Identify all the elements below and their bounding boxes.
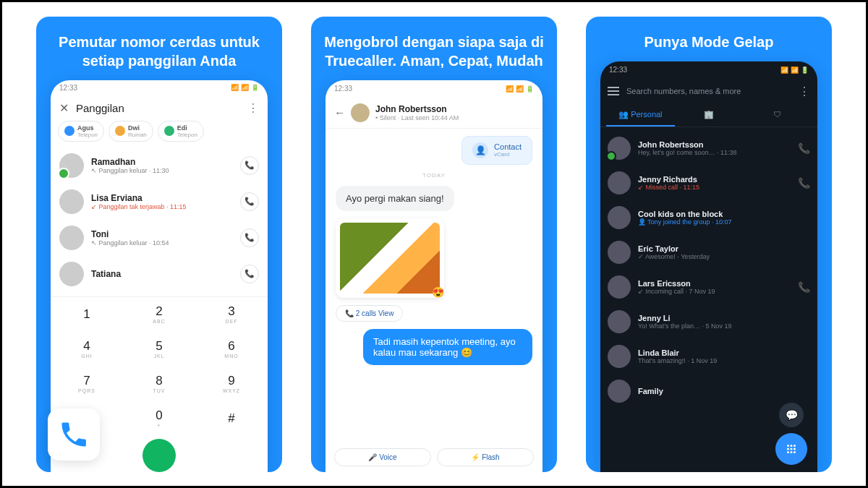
svg-point-8 [793,451,796,453]
close-icon[interactable]: ✕ [59,101,69,115]
more-icon[interactable]: ⋮ [799,85,810,98]
clock: 12:33 [609,66,627,74]
suggestion-chips: AgusTeleponDwiRumahEdiTelepon [51,121,268,147]
app-store-screenshots: Pemutar nomor cerdas untuk setiap panggi… [0,0,868,488]
call-log-row[interactable]: Toni↖ Panggilan keluar · 10:54📞 [59,220,259,256]
status-bar: 12:33 📶📶🔋 [51,80,268,95]
panel-headline: Punya Mode Gelap [631,17,787,61]
call-icon[interactable]: 📞 [240,228,259,247]
dialpad-key[interactable]: 5JKL [123,332,195,367]
outgoing-message[interactable]: Tadi masih kepentok meeting, ayo kalau m… [363,329,532,365]
dialpad-key[interactable]: 7PQRS [51,367,123,401]
avatar [59,189,84,214]
image-attachment[interactable] [336,218,444,298]
phone-icon [58,419,90,450]
dialpad-key[interactable]: # [195,401,268,436]
conversation-row[interactable]: Cool kids on the block👤 Tony joined the … [608,201,810,234]
dialpad-fab[interactable] [775,433,807,465]
dial-button[interactable] [142,439,176,472]
conversation-row[interactable]: Eric Taylor✓ Awesome! · Yesterday [608,236,810,269]
app-icon [48,408,100,461]
call-log-row[interactable]: Tatiana📞 [59,256,259,292]
suggestion-chip[interactable]: EdiTelepon [158,121,204,142]
dialpad-key[interactable]: 0+ [123,401,195,436]
suggestion-chip[interactable]: DwiRumah [109,121,153,142]
contact-card-bubble[interactable]: 👤 Contact vCard [461,136,532,165]
conversation-row[interactable]: Linda BlairThat's amazing!! · 1 Nov 19 [608,340,810,373]
tab-spam[interactable]: 🛡 [743,104,812,127]
tab-business[interactable]: 🏢 [675,104,744,127]
chat-header[interactable]: ← John Robertsson • Silent · Last seen 1… [326,98,542,129]
phone-icon[interactable]: 📞 [798,142,810,154]
panel-chat: Mengobrol dengan siapa saja di Truecalle… [311,17,557,472]
avatar [59,226,84,250]
dialpad-key[interactable]: 6MNO [195,332,268,367]
avatar [608,241,631,264]
avatar [608,380,631,403]
dialpad-key[interactable]: 4GHI [51,332,123,367]
call-log-row[interactable]: Lisa Erviana↙ Panggilan tak terjawab · 1… [59,184,259,220]
dialpad-key[interactable]: 2ABC [123,297,195,332]
svg-point-1 [791,445,793,447]
status-bar: 12:33 📶📶🔋 [326,80,542,98]
chat-thread: 👤 Contact vCard TODAY Ayo pergi makan si… [326,129,542,442]
svg-point-5 [793,448,796,450]
call-log-list: Ramadhan↖ Panggilan keluar · 11:30📞Lisa … [51,147,268,292]
call-log-row[interactable]: Ramadhan↖ Panggilan keluar · 11:30📞 [59,147,259,184]
panel-headline: Pemutar nomor cerdas untuk setiap panggi… [36,17,282,80]
panel-headline: Mengobrol dengan siapa saja di Truecalle… [311,17,557,80]
dialpad-key[interactable]: 3DEF [195,297,268,332]
avatar [608,345,631,368]
contact-card-title: Contact [494,142,522,151]
avatar [608,275,631,299]
svg-point-6 [787,451,789,453]
back-icon[interactable]: ← [334,106,345,119]
call-icon[interactable]: 📞 [240,192,259,211]
avatar [59,262,84,286]
day-separator: TODAY [422,172,446,179]
chat-contact-status: • Silent · Last seen 10:44 AM [375,114,459,121]
search-input[interactable]: Search numbers, names & more [626,87,791,95]
more-icon[interactable]: ⋮ [247,101,259,115]
svg-point-0 [787,445,789,447]
tabs: 👥 Personal 🏢 🛡 [600,104,817,127]
svg-point-7 [791,451,793,453]
chat-action-row: 🎤 Voice ⚡ Flash [326,442,542,472]
conversation-row[interactable]: Lars Ericsson↙ Incoming call · 7 Nov 19📞 [608,270,810,304]
conversation-row[interactable]: John RobertssonHey, let's go! come soon…… [608,132,810,165]
call-icon[interactable]: 📞 [240,265,259,283]
dialpad-key[interactable]: 8TUV [123,367,195,401]
phone-light-chat: 12:33 📶📶🔋 ← John Robertsson • Silent · L… [326,80,542,472]
menu-icon[interactable] [608,87,619,95]
svg-point-2 [793,445,796,447]
voice-button[interactable]: 🎤 Voice [334,448,431,466]
suggestion-chip[interactable]: AgusTelepon [58,121,104,142]
avatar[interactable] [351,103,370,122]
contact-icon: 👤 [472,142,488,158]
clock: 12:33 [334,85,352,93]
compose-message-button[interactable]: 💬 [779,403,804,427]
contact-card-sub: vCard [494,151,522,158]
tab-personal[interactable]: 👥 Personal [606,104,675,127]
dialer-title: Panggilan [76,102,240,114]
dialer-header: ✕ Panggilan ⋮ [51,95,268,121]
phone-dark: 12:33 📶📶🔋 Search numbers, names & more ⋮… [600,61,817,472]
fab-stack: 💬 [775,403,807,465]
call-summary-chip[interactable]: 📞 2 calls View [336,305,403,322]
chat-contact-name: John Robertsson [375,104,459,114]
svg-point-4 [791,448,793,450]
status-icons: 📶📶🔋 [231,84,259,91]
call-icon[interactable]: 📞 [240,156,259,175]
conversation-row[interactable]: Jenny LiYo! What's the plan… · 5 Nov 19 [608,305,810,338]
dark-header: Search numbers, names & more ⋮ [600,79,817,104]
incoming-message[interactable]: Ayo pergi makan siang! [336,186,454,211]
avatar [59,153,84,178]
conversation-row[interactable]: Jenny Richards↙ Missed call · 11:15📞 [608,166,810,200]
status-bar: 12:33 📶📶🔋 [600,61,817,79]
avatar [608,137,631,160]
phone-icon[interactable]: 📞 [798,281,810,293]
dialpad-key[interactable]: 9WXYZ [195,367,268,401]
phone-icon[interactable]: 📞 [798,177,810,189]
dialpad-key[interactable]: 1 [51,297,123,332]
flash-button[interactable]: ⚡ Flash [437,448,534,466]
